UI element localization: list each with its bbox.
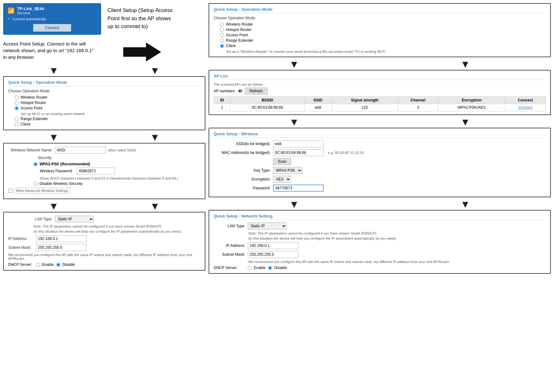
right-op-mode-title: Quick Setup - Operation Mode <box>214 7 546 13</box>
advanced-checkbox[interactable] <box>8 189 12 193</box>
ap-scanned-label: The scanned APs are as follows <box>214 83 546 86</box>
pw-label: Wireless Password <box>40 169 75 173</box>
right-radio-access-point[interactable]: Access Point <box>220 33 546 37</box>
radio-hotspot-router[interactable]: Hotspot Router <box>15 101 200 105</box>
dhcp-disable-option[interactable]: Disable <box>56 262 75 267</box>
radio-wireless-router[interactable]: Wireless Router <box>15 95 200 100</box>
right-client-desc: Act as a "Wireless Adapter" to connect y… <box>226 50 546 53</box>
right-radio-client-input[interactable] <box>220 44 224 48</box>
ap-table: ID BSSID SSID Signal strength Channel En… <box>214 96 546 111</box>
right-recommend-text: We recommend you configure this AP with … <box>248 260 546 264</box>
right-dhcp-enable-radio[interactable] <box>248 266 252 270</box>
subnet-input[interactable] <box>36 244 87 251</box>
col-bssid: BSSID <box>230 97 304 104</box>
right-radio-wireless-router-input[interactable] <box>220 22 224 27</box>
dhcp-disable-radio[interactable] <box>56 263 60 267</box>
radio-access-point[interactable]: Access Point <box>15 106 200 110</box>
arrow-row-2: ▼ ▼ <box>3 132 205 142</box>
right-radio-hotspot-input[interactable] <box>220 28 224 32</box>
radio-disable-security[interactable]: Disable Wireless Security <box>33 181 200 186</box>
wireless-name-row: Wireless Network Name: (Also called SSID… <box>8 147 200 154</box>
right-hotspot-label: Hotspot Router <box>226 28 252 32</box>
password-input[interactable] <box>77 168 115 175</box>
wireless-password-input[interactable] <box>273 185 324 192</box>
down-arrow-icon: ▼ <box>49 65 59 76</box>
right-arrow-row-2: ▼ ▼ <box>209 117 551 127</box>
scan-button[interactable]: Scan <box>273 158 291 165</box>
right-dhcp-disable-radio[interactable] <box>268 266 272 270</box>
ip-input[interactable] <box>36 235 87 242</box>
right-radio-range-extender[interactable]: Range Extender <box>220 38 546 43</box>
right-lan-type-select[interactable]: Static IP Smart IP (DHCP) <box>248 223 287 230</box>
ap-channel: 3 <box>398 104 438 111</box>
right-dhcp-disable-option[interactable]: Disable <box>268 266 287 270</box>
ap-nums-label: AP numbers: <box>214 89 235 93</box>
right-op-mode-panel: Quick Setup - Operation Mode Choose Oper… <box>209 3 551 57</box>
col-connect: Connect <box>505 97 546 104</box>
right-down-arrow-1: ▼ <box>289 59 299 69</box>
ap-desc: Set up Wi-Fi on an existing wired networ… <box>21 112 200 116</box>
ip-row: IP Address: <box>8 235 200 242</box>
right-radio-client[interactable]: Client <box>220 44 546 48</box>
right-arrow-row-3: ▼ ▼ <box>209 199 551 209</box>
wifi-connect-button[interactable]: Connect <box>33 24 71 32</box>
right-range-label: Range Extender <box>226 38 253 43</box>
ap-list-panel: AP List The scanned APs are as follows A… <box>209 70 551 115</box>
mac-input[interactable] <box>273 149 324 156</box>
radio-hotspot-router-input[interactable] <box>15 101 19 105</box>
radio-wpa2psk[interactable]: WPA2-PSK (Recommended) <box>33 162 200 166</box>
down-arrow-icon-4: ▼ <box>150 132 160 142</box>
recommend-text: We recommend you configure this AP with … <box>8 253 200 260</box>
left-op-mode-panel: Quick Setup - Operation Mode Choose Oper… <box>3 76 205 130</box>
ap-table-row: 1 0C:80:63:68:98:66 widi 122 3 WPA2-PSK/… <box>214 104 546 111</box>
refresh-button[interactable]: Refresh <box>245 88 268 95</box>
right-arrow-row-1: ▼ ▼ <box>209 59 551 69</box>
scan-row: Scan <box>214 158 546 165</box>
wireless-name-input[interactable] <box>55 147 106 154</box>
ssid-label: SSID(to be bridged): <box>214 142 271 146</box>
col-ssid: SSID <box>304 97 332 104</box>
wpa2psk-label: WPA2-PSK (Recommended) <box>40 162 90 166</box>
right-subnet-label: Subnet Mask: <box>214 252 245 257</box>
right-ip-row: IP Address: <box>214 242 546 249</box>
right-radio-range-input[interactable] <box>220 39 224 43</box>
ap-connect-link[interactable]: Connect <box>518 105 533 110</box>
ap-connect-cell[interactable]: Connect <box>505 104 546 111</box>
pw-row: Wireless Password <box>40 168 200 175</box>
radio-range-extender-input[interactable] <box>15 117 19 121</box>
right-radio-wireless-router[interactable]: Wireless Router <box>220 22 546 27</box>
right-subnet-input[interactable] <box>248 251 298 258</box>
lan-type-label: LAN Type: <box>8 217 52 221</box>
right-ip-input[interactable] <box>248 242 298 249</box>
right-column: Quick Setup - Operation Mode Choose Oper… <box>209 3 551 389</box>
right-op-mode-choose-label: Choose Operation Mode: <box>214 16 546 20</box>
advanced-link[interactable]: More Advanced Wireless Settings <box>14 188 70 193</box>
encryption-select[interactable]: AES TKIP <box>273 176 291 183</box>
radio-disable-sec-input[interactable] <box>33 182 38 186</box>
right-radio-hotspot[interactable]: Hotspot Router <box>220 28 546 32</box>
security-block: WPA2-PSK (Recommended) Wireless Password… <box>33 162 200 186</box>
ssid-input[interactable] <box>273 140 324 147</box>
radio-wireless-router-input[interactable] <box>15 95 19 100</box>
radio-access-point-input[interactable] <box>15 106 19 110</box>
radio-range-extender-label: Range Extender <box>21 117 48 121</box>
right-radio-ap-input[interactable] <box>220 33 224 37</box>
radio-client-input[interactable] <box>15 122 19 126</box>
lan-note2: (In this situation the device will help … <box>33 230 200 233</box>
right-arrow-icon <box>123 43 161 62</box>
wifi-card: 📶 TP-Link_8E44 Secured ✓ Connect automat… <box>3 3 101 35</box>
radio-wpa2psk-input[interactable] <box>33 162 38 166</box>
radio-range-extender[interactable]: Range Extender <box>15 117 200 121</box>
lan-type-select[interactable]: Static IP Smart IP (DHCP) <box>55 216 94 223</box>
key-type-select[interactable]: WPA2-PSK WPA-PSK No Security <box>273 167 302 174</box>
radio-client[interactable]: Client <box>15 122 200 126</box>
mac-row: MAC Address(to be bridged): e.g. 00:1D:0… <box>214 149 546 156</box>
dhcp-enable-radio[interactable] <box>36 263 40 267</box>
dhcp-row: DHCP Server: Enable Disable <box>8 262 200 267</box>
advanced-settings-row[interactable]: More Advanced Wireless Settings <box>8 188 200 193</box>
right-wireless-panel: Quick Setup - Wireless SSID(to be bridge… <box>209 128 551 197</box>
right-dhcp-enable-option[interactable]: Enable <box>248 266 265 270</box>
lan-type-row: LAN Type: Static IP Smart IP (DHCP) <box>8 216 200 223</box>
annotation-client: Client Setup (Setup Access Point first s… <box>107 6 177 31</box>
dhcp-enable-option[interactable]: Enable <box>36 262 54 267</box>
